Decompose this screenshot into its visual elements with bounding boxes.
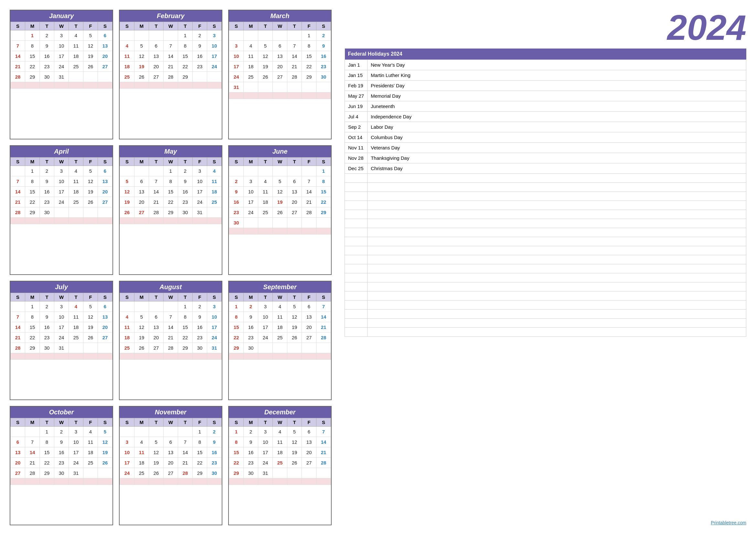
day-header: W [164, 157, 178, 166]
week-row: 14151617181920 [11, 322, 113, 332]
calendar-day: 17 [54, 187, 69, 197]
calendar-day: 12 [149, 447, 164, 458]
empty-row [345, 264, 746, 273]
holiday-name: Columbus Day [367, 132, 746, 143]
calendar-day: 14 [316, 437, 331, 447]
calendar-day [302, 468, 316, 478]
calendar-day: 10 [193, 176, 207, 187]
day-header: S [120, 157, 134, 166]
calendar-day [149, 166, 164, 176]
empty-row [345, 237, 746, 246]
calendar-day [244, 82, 258, 93]
empty-pink-row [120, 478, 222, 485]
week-row: 19202122232425 [120, 197, 222, 207]
calendar-day: 2 [207, 427, 222, 437]
calendar-day: 9 [229, 187, 244, 197]
calendar-day [149, 427, 164, 437]
week-row: 18192021222324 [120, 332, 222, 343]
calendar-day: 23 [229, 207, 244, 218]
calendar-day: 22 [316, 197, 331, 207]
calendar-day: 27 [11, 468, 25, 478]
month-title-september: September [229, 281, 331, 293]
week-row: 9101112131415 [229, 187, 331, 197]
calendar-day: 20 [149, 62, 164, 72]
holiday-date: Feb 19 [345, 80, 367, 91]
day-header: W [273, 157, 287, 166]
calendar-day: 20 [273, 62, 287, 72]
calendar-day: 25 [69, 197, 83, 207]
calendar-day [164, 427, 178, 437]
calendar-day [11, 427, 25, 437]
calendar-day [149, 30, 164, 41]
calendar-day: 8 [229, 437, 244, 447]
calendar-day [120, 30, 134, 41]
calendar-day: 25 [258, 207, 273, 218]
calendar-day: 1 [40, 427, 54, 437]
month-title-april: April [10, 146, 113, 157]
calendar-day: 26 [149, 468, 164, 478]
calendar-day: 29 [178, 343, 193, 353]
calendar-day: 31 [229, 82, 244, 93]
holiday-name: Independence Day [367, 112, 746, 122]
calendar-day: 4 [207, 166, 222, 176]
calendar-day: 19 [134, 332, 149, 343]
week-row: 567891011 [120, 176, 222, 187]
day-header: S [316, 157, 331, 166]
calendar-day [120, 166, 134, 176]
day-header: S [11, 418, 25, 427]
calendar-day: 9 [40, 41, 54, 51]
day-header: S [316, 418, 331, 427]
calendar-day [164, 301, 178, 312]
calendar-day: 6 [98, 166, 113, 176]
week-row: 14151617181920 [11, 187, 113, 197]
footer-link[interactable]: Printabletree.com [344, 514, 746, 525]
week-row: 2728293031 [11, 468, 113, 478]
calendar-day: 13 [98, 176, 113, 187]
day-header: S [316, 293, 331, 301]
calendar-day: 1 [316, 166, 331, 176]
day-header: T [258, 418, 273, 427]
calendar-day: 4 [69, 166, 83, 176]
calendar-day: 29 [316, 207, 331, 218]
calendar-day: 29 [40, 468, 54, 478]
calendar-day: 12 [83, 312, 98, 322]
calendar-day: 26 [83, 332, 98, 343]
calendar-day: 19 [149, 458, 164, 468]
calendar-day: 22 [25, 332, 40, 343]
calendar-day: 8 [25, 41, 40, 51]
calendar-day: 10 [229, 51, 244, 62]
calendar-day: 11 [258, 187, 273, 197]
calendar-day: 18 [120, 332, 134, 343]
calendar-day: 6 [98, 30, 113, 41]
month-title-march: March [229, 10, 331, 22]
day-header: S [98, 22, 113, 30]
day-header: M [25, 157, 40, 166]
calendar-day: 22 [178, 62, 193, 72]
calendar-day: 14 [164, 322, 178, 332]
day-header: T [149, 157, 164, 166]
calendar-day: 8 [40, 437, 54, 447]
calendar-day: 17 [54, 322, 69, 332]
calendar-day: 17 [193, 187, 207, 197]
calendar-day: 27 [149, 72, 164, 82]
calendar-day: 12 [273, 187, 287, 197]
day-header: S [229, 22, 244, 30]
day-header: T [149, 22, 164, 30]
empty-row [345, 319, 746, 328]
calendar-day: 7 [316, 427, 331, 437]
calendar-day [193, 72, 207, 82]
day-header: S [98, 157, 113, 166]
calendar-day: 21 [11, 62, 25, 72]
day-header: W [164, 293, 178, 301]
calendar-day: 5 [258, 41, 273, 51]
holiday-date: Jul 4 [345, 112, 367, 122]
calendar-day: 2 [244, 301, 258, 312]
calendar-day: 23 [54, 458, 69, 468]
calendar-day: 16 [316, 51, 331, 62]
day-header: T [287, 418, 302, 427]
calendar-day: 9 [207, 437, 222, 447]
calendar-day: 1 [25, 30, 40, 41]
holiday-row: May 27Memorial Day [345, 91, 746, 101]
day-header: T [178, 418, 193, 427]
calendar-day: 5 [149, 437, 164, 447]
